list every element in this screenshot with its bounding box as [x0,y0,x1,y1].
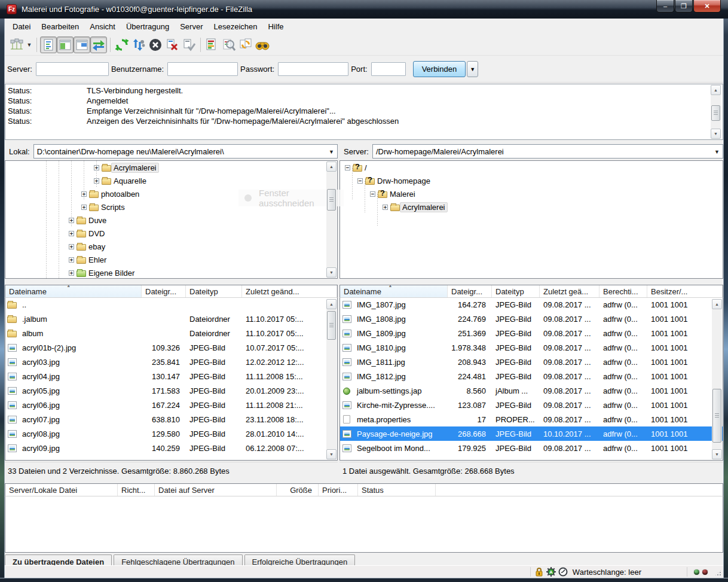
tree-item[interactable]: − Malerei [340,187,723,200]
scrollbar-thumb[interactable] [712,389,721,443]
remote-path-combo[interactable]: /Drw-homepage/Malerei/Acrylmalerei ▼ [372,144,723,159]
toggle-message-log-icon[interactable] [40,36,57,53]
tree-item[interactable]: + ebay [5,240,337,253]
tree-item[interactable]: + Eigene Bilder [5,266,337,279]
tree-expander-icon[interactable]: + [81,205,87,210]
remote-tree[interactable]: − / − Drw-homepage − Malerei + Acrylmale… [339,160,723,279]
local-tree-scrollbar[interactable]: ▲ ▼ [326,162,337,278]
scroll-up-icon[interactable]: ▲ [326,162,337,172]
toggle-local-tree-icon[interactable] [57,36,74,53]
tree-item[interactable]: − / [340,161,723,174]
file-row[interactable]: jalbum-settings.jap 8.560 jAlbum ... 09.… [340,383,723,398]
column-header[interactable]: Richt... [118,484,155,496]
remote-list-scrollbar[interactable]: ▲ ▼ [712,299,722,459]
file-row[interactable]: acryl01b-(2).jpg 109.326 JPEG-Bild 10.07… [5,340,337,355]
file-row[interactable]: IMG_1810.jpg 1.978.348 JPEG-Bild 09.08.2… [340,340,723,355]
file-row[interactable]: IMG_1807.jpg 164.278 JPEG-Bild 09.08.201… [340,297,723,312]
tree-expander-icon[interactable]: − [370,191,375,197]
scrollbar-thumb[interactable] [711,105,720,121]
scroll-up-icon[interactable]: ▲ [326,299,337,309]
toggle-remote-tree-icon[interactable] [74,36,90,53]
menu-item[interactable]: Übertragung [121,20,175,33]
refresh-icon[interactable] [114,36,130,53]
close-button[interactable]: ✕ [693,0,721,13]
column-header[interactable]: Priori... [319,484,358,496]
find-files-icon[interactable] [254,36,271,53]
column-header[interactable]: Zuletzt geä... [540,285,599,297]
file-row[interactable]: IMG_1811.jpg 208.943 JPEG-Bild 09.08.201… [340,355,723,369]
titlebar[interactable]: Fz Malerei und Fotografie - w01030f0@gue… [0,0,728,19]
cancel-icon[interactable] [147,36,164,53]
remote-file-list[interactable]: IMG_1807.jpg 164.278 JPEG-Bild 09.08.201… [339,297,723,461]
connect-button[interactable]: Verbinden [413,61,466,77]
tree-item[interactable]: + Acrylmalerei [5,161,337,174]
file-row[interactable]: acryl06.jpg 167.224 JPEG-Bild 11.11.2008… [5,398,337,412]
tree-item[interactable]: + Duve [5,214,337,227]
file-row[interactable]: Kirche-mit-Zypresse.... 123.087 JPEG-Bil… [340,398,723,412]
resize-grip[interactable] [714,569,722,577]
menu-item[interactable]: Hilfe [262,20,289,33]
column-header[interactable]: Datei auf Server [155,484,277,496]
file-row[interactable]: acryl04.jpg 130.147 JPEG-Bild 11.11.2008… [5,369,337,383]
column-header[interactable]: Server/Lokale Datei [5,484,118,496]
tree-item[interactable]: + Ehler [5,253,337,266]
tree-item[interactable]: + Acrylmalerei [340,200,723,214]
file-row[interactable]: Paysage-de-neige.jpg 268.668 JPEG-Bild 1… [340,426,723,441]
gear-icon[interactable]: A [546,567,556,577]
file-row[interactable]: .. [5,297,337,312]
lock-icon[interactable] [534,567,544,577]
file-row[interactable]: IMG_1809.jpg 251.369 JPEG-Bild 09.08.201… [340,326,723,340]
file-row[interactable]: IMG_1808.jpg 224.769 JPEG-Bild 09.08.201… [340,312,723,326]
local-path-combo[interactable]: D:\container\Drw-homepage neu\Malerei\Ac… [33,144,338,159]
log-scrollbar[interactable]: ▲ ▼ [711,85,721,139]
toggle-transfer-queue-icon[interactable] [90,36,107,53]
menu-item[interactable]: Datei [7,20,36,33]
chevron-down-icon[interactable]: ▼ [329,149,334,155]
scroll-down-icon[interactable]: ▼ [712,449,722,459]
column-header[interactable]: Dateiname [5,285,142,297]
menu-item[interactable]: Ansicht [84,20,121,33]
local-list-scrollbar[interactable]: ▲ ▼ [326,299,337,459]
scroll-down-icon[interactable]: ▼ [711,129,721,139]
menu-item[interactable]: Lesezeichen [208,20,262,33]
file-row[interactable]: acryl09.jpg 140.259 JPEG-Bild 06.12.2008… [5,441,337,455]
file-row[interactable]: acryl03.jpg 235.841 JPEG-Bild 12.02.2012… [5,355,337,369]
username-input[interactable] [167,62,238,76]
scroll-up-icon[interactable]: ▲ [711,85,721,95]
column-header[interactable]: Dateiname [340,285,448,297]
column-header[interactable]: Dateityp [492,285,540,297]
directory-comparison-icon[interactable] [204,36,221,53]
server-input[interactable] [36,62,109,76]
file-row[interactable]: acryl05.jpg 171.583 JPEG-Bild 20.01.2009… [5,383,337,398]
tree-expander-icon[interactable]: − [345,165,350,170]
column-header[interactable]: Größe [277,484,319,496]
scroll-down-icon[interactable]: ▼ [326,449,337,459]
tree-expander-icon[interactable]: + [94,178,99,184]
tree-item[interactable]: + Aquarelle [5,174,337,187]
column-header[interactable]: Berechti... [599,285,647,297]
gauge-icon[interactable] [558,567,568,577]
tree-expander-icon[interactable]: + [69,231,74,236]
password-input[interactable] [278,62,348,76]
column-header[interactable]: Besitzer/... [647,285,723,297]
file-row[interactable]: IMG_1812.jpg 224.481 JPEG-Bild 09.08.201… [340,369,723,383]
tree-expander-icon[interactable]: − [357,178,363,184]
tree-expander-icon[interactable]: + [383,205,388,210]
file-row[interactable]: acryl08.jpg 129.580 JPEG-Bild 28.01.2010… [5,426,337,441]
tree-item[interactable]: + DVD [5,227,337,240]
connect-dropdown-icon[interactable]: ▼ [467,61,478,77]
filter-icon[interactable] [221,36,237,53]
tree-item[interactable]: − Drw-homepage [340,174,723,187]
message-log[interactable]: Status: TLS-Verbindung hergestellt. Stat… [5,84,723,140]
minimize-button[interactable]: – [656,0,674,13]
site-manager-dropdown-icon[interactable]: ▼ [25,37,33,53]
column-header[interactable]: Dateigr... [142,285,186,297]
column-header[interactable]: Status [358,484,436,496]
file-row[interactable]: album Dateiordner 11.10.2017 05:... [5,326,337,340]
synchronized-browsing-icon[interactable] [237,36,254,53]
tree-expander-icon[interactable]: + [69,244,74,249]
file-row[interactable]: meta.properties 17 PROPER... 09.08.2017 … [340,412,723,426]
column-header[interactable]: Zuletzt geänd... [242,285,337,297]
scroll-down-icon[interactable]: ▼ [326,267,337,278]
tree-expander-icon[interactable]: + [94,165,99,170]
